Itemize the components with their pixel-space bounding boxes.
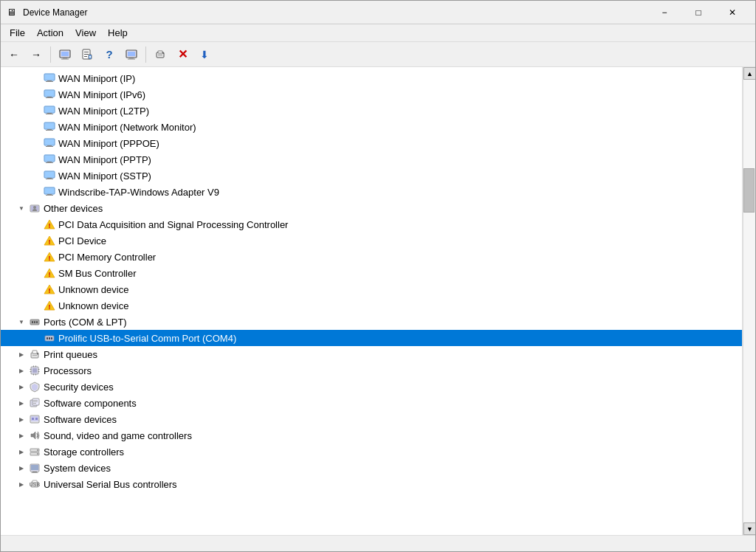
restore-button[interactable]: □ [681, 1, 715, 24]
window-title: Device Manager [23, 7, 647, 18]
item-label: Windscribe-TAP-Windows Adapter V9 [58, 187, 219, 198]
collapse-ports-icon[interactable]: ▼ [16, 316, 27, 328]
other-devices-node[interactable]: ▼ Other devices [1, 200, 742, 216]
scroll-down-button[interactable]: ▼ [743, 522, 755, 535]
svg-rect-13 [128, 58, 135, 59]
system-icon [29, 462, 41, 474]
svg-rect-32 [47, 129, 52, 130]
item-label: Print queues [44, 349, 97, 360]
list-item[interactable]: WAN Miniport (IP) [1, 70, 742, 86]
collapse-icon[interactable]: ▼ [16, 202, 27, 214]
expand-storage-icon[interactable]: ▶ [16, 446, 27, 458]
expand-sw-devices-icon[interactable]: ▶ [16, 413, 27, 425]
expand-sw-components-icon[interactable]: ▶ [16, 397, 27, 409]
scroll-up-button[interactable]: ▲ [743, 67, 755, 80]
svg-rect-84 [30, 371, 32, 372]
list-item[interactable]: WAN Miniport (Network Monitor) [1, 119, 742, 135]
scan-button[interactable] [150, 45, 171, 64]
list-item[interactable]: ! PCI Data Acquisition and Signal Proces… [1, 216, 742, 232]
svg-rect-48 [47, 194, 52, 195]
list-item[interactable]: WAN Miniport (IPv6) [1, 86, 742, 103]
monitor-icon [44, 121, 55, 133]
remove-button[interactable]: ✕ [172, 45, 193, 64]
usb-controllers-node[interactable]: ▶ USB Universal Serial Bus controllers [1, 476, 742, 492]
svg-rect-78 [32, 368, 37, 373]
system-devices-node[interactable]: ▶ System devices [1, 460, 742, 476]
svg-rect-75 [32, 355, 37, 356]
svg-rect-44 [47, 178, 52, 179]
device-tree[interactable]: WAN Miniport (IP) WAN Miniport (IPv6) WA… [1, 67, 743, 535]
expand-sound-icon[interactable]: ▶ [16, 429, 27, 441]
close-button[interactable]: ✕ [715, 1, 749, 24]
item-label: Ports (COM & LPT) [44, 317, 127, 328]
list-item[interactable]: ! PCI Memory Controller [1, 249, 742, 265]
svg-rect-81 [33, 374, 34, 376]
warning-icon: ! [44, 267, 55, 279]
svg-rect-25 [46, 97, 53, 98]
usb-icon: USB [29, 478, 41, 490]
svg-rect-47 [45, 188, 54, 193]
expand-print-icon[interactable]: ▶ [16, 348, 27, 360]
list-item[interactable]: ! SM Bus Controller [1, 265, 742, 281]
list-item[interactable]: Windscribe-TAP-Windows Adapter V9 [1, 184, 742, 200]
warning-icon: ! [44, 235, 55, 246]
processors-node[interactable]: ▶ Processors [1, 362, 742, 379]
list-item[interactable]: ! Unknown device [1, 297, 742, 314]
help-button[interactable]: ? [99, 45, 120, 64]
monitor-icon [44, 105, 55, 117]
expand-security-icon[interactable]: ▶ [16, 381, 27, 393]
item-label: PCI Data Acquisition and Signal Processi… [58, 219, 288, 230]
list-item[interactable]: WAN Miniport (PPPOE) [1, 135, 742, 151]
storage-controllers-node[interactable]: ▶ Storage controllers [1, 444, 742, 460]
list-item[interactable]: WAN Miniport (SSTP) [1, 168, 742, 184]
menu-view[interactable]: View [69, 26, 102, 40]
monitor-icon [44, 170, 55, 182]
menu-file[interactable]: File [4, 26, 31, 40]
prolific-port-item[interactable]: Prolific USB-to-Serial Comm Port (COM4) [1, 330, 742, 346]
svg-rect-20 [47, 80, 52, 81]
expand-processors-icon[interactable]: ▶ [16, 365, 27, 376]
svg-rect-15 [158, 51, 162, 53]
item-label: Software devices [44, 414, 117, 425]
monitor-icon [44, 186, 55, 198]
svg-point-98 [37, 449, 38, 451]
minimize-button[interactable]: − [647, 1, 681, 24]
vertical-scrollbar[interactable]: ▲ ▼ [743, 67, 755, 535]
expand-usb-icon[interactable]: ▶ [16, 478, 27, 490]
security-devices-node[interactable]: ▶ Security devices [1, 379, 742, 395]
properties-button[interactable] [77, 45, 97, 64]
software-devices-node[interactable]: ▶ Software devices [1, 411, 742, 427]
item-label: WAN Miniport (SSTP) [58, 170, 151, 182]
svg-text:!: ! [49, 271, 51, 278]
menu-help[interactable]: Help [102, 26, 134, 40]
svg-text:USB: USB [30, 482, 41, 487]
no-expand [30, 218, 42, 230]
svg-point-76 [37, 353, 38, 355]
svg-rect-3 [61, 58, 69, 59]
title-bar: 🖥 Device Manager − □ ✕ [1, 1, 755, 24]
item-label: SM Bus Controller [58, 268, 136, 279]
ports-node[interactable]: ▼ Ports (COM & LPT) [1, 314, 742, 330]
list-item[interactable]: ! Unknown device [1, 281, 742, 297]
item-label: WAN Miniport (IPv6) [58, 89, 145, 100]
list-item[interactable]: ! PCI Device [1, 232, 742, 249]
list-item[interactable]: WAN Miniport (L2TP) [1, 103, 742, 119]
update-button[interactable]: ⬇ [194, 45, 215, 64]
software-components-node[interactable]: ▶ Software components [1, 395, 742, 411]
expand-system-icon[interactable]: ▶ [16, 462, 27, 474]
print-queues-node[interactable]: ▶ Print queues [1, 346, 742, 362]
svg-rect-74 [32, 351, 37, 353]
status-bar [1, 535, 755, 551]
menu-action[interactable]: Action [31, 26, 69, 40]
monitor-icon [44, 89, 55, 100]
list-item[interactable]: WAN Miniport (PPTP) [1, 151, 742, 168]
computer-button[interactable] [55, 45, 75, 64]
menu-bar: File Action View Help [1, 24, 755, 42]
back-button[interactable]: ← [4, 45, 24, 64]
driver-button[interactable] [121, 45, 142, 64]
software-components-icon [29, 397, 41, 409]
sound-video-node[interactable]: ▶ Sound, video and game controllers [1, 427, 742, 444]
item-label: Software components [44, 398, 137, 409]
scroll-thumb[interactable] [743, 168, 755, 213]
forward-button[interactable]: → [26, 45, 47, 64]
